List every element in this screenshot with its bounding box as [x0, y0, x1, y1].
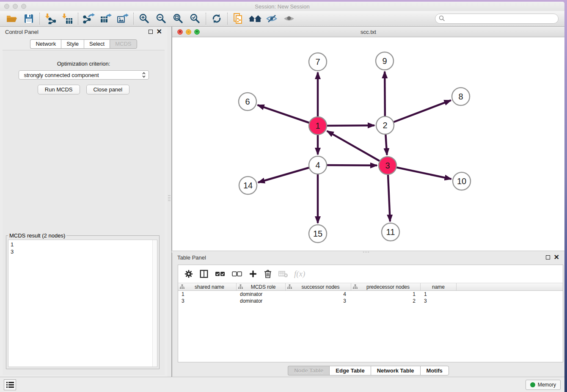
cell-predecessor-nodes[interactable]: 1 — [351, 291, 421, 298]
cell-shared-name[interactable]: 1 — [178, 291, 237, 298]
tab-network-table[interactable]: Network Table — [371, 366, 420, 375]
toolbar-separator — [78, 13, 78, 25]
delete-columns-button[interactable] — [264, 269, 272, 279]
unchecked-boxes-icon — [231, 270, 242, 278]
float-panel-icon[interactable] — [149, 30, 153, 34]
delete-table-icon — [278, 270, 288, 278]
select-all-button[interactable] — [215, 270, 226, 278]
refresh-view-button[interactable] — [208, 12, 225, 25]
deselect-all-button[interactable] — [231, 270, 242, 278]
close-network-icon[interactable]: ✕ — [177, 29, 183, 35]
save-session-button[interactable] — [20, 12, 37, 25]
edge-3-10[interactable] — [388, 166, 451, 179]
zoom-in-button[interactable] — [136, 12, 153, 25]
minimize-network-icon[interactable]: – — [186, 29, 191, 35]
tab-select[interactable]: Select — [84, 39, 110, 49]
zoom-selected-icon — [190, 13, 201, 24]
mcds-result-textarea[interactable]: 1 3 — [8, 240, 157, 367]
minimize-window-icon[interactable] — [13, 4, 18, 9]
control-panel-tabs: Network Style Select MCDS — [0, 39, 167, 49]
column-header-predecessor-nodes[interactable]: predecessor nodes — [351, 283, 421, 290]
tab-style[interactable]: Style — [61, 39, 84, 49]
network-canvas[interactable]: 1234678910111415 — [172, 37, 564, 251]
zoom-in-icon — [139, 13, 150, 24]
cell-name[interactable]: 3 — [421, 298, 457, 304]
table-row[interactable]: 1 dominator 4 1 1 — [178, 291, 563, 298]
criterion-select[interactable]: strongly connected component — [19, 70, 149, 80]
zoom-selected-button[interactable] — [187, 12, 204, 25]
cell-mcds-role[interactable]: dominator — [237, 291, 286, 298]
cell-predecessor-nodes[interactable]: 2 — [351, 298, 421, 304]
tab-node-table[interactable]: Node Table — [288, 366, 329, 375]
close-panel-button[interactable]: Close panel — [86, 85, 130, 94]
trash-icon — [264, 269, 272, 279]
zoom-window-icon[interactable] — [21, 4, 26, 9]
edge-3-1[interactable] — [327, 131, 388, 166]
zoom-out-button[interactable] — [153, 12, 170, 25]
export-network-button[interactable] — [80, 12, 97, 25]
tab-network[interactable]: Network — [30, 39, 61, 49]
show-all-button[interactable] — [281, 12, 297, 25]
float-table-panel-icon[interactable] — [546, 255, 550, 259]
memory-label: Memory — [538, 382, 556, 388]
network-document-button[interactable] — [230, 12, 247, 25]
export-image-button[interactable] — [114, 12, 131, 25]
import-network-button[interactable] — [42, 12, 59, 25]
cell-shared-name[interactable]: 3 — [178, 298, 237, 304]
export-table-button[interactable] — [97, 12, 114, 25]
graph-node-label-3: 3 — [385, 161, 390, 170]
delete-table-button[interactable] — [278, 270, 288, 278]
result-scrollbar[interactable] — [152, 240, 157, 367]
graph-node-label-4: 4 — [315, 160, 320, 170]
criterion-value: strongly connected component — [24, 72, 99, 78]
network-graph[interactable]: 1234678910111415 — [172, 37, 564, 251]
browse-columns-button[interactable] — [199, 269, 209, 279]
tab-edge-table[interactable]: Edge Table — [329, 366, 370, 375]
network-document-icon — [233, 13, 244, 25]
vertical-split-divider[interactable] — [167, 27, 172, 377]
tab-mcds[interactable]: MCDS — [110, 39, 137, 49]
eye-icon — [283, 14, 295, 23]
graph-node-label-10: 10 — [457, 177, 466, 186]
cell-successor-nodes[interactable]: 3 — [286, 298, 351, 304]
edge-2-8[interactable] — [385, 100, 451, 125]
maximize-network-icon[interactable]: + — [194, 29, 200, 35]
network-window-titlebar[interactable]: ✕ – + scc.txt — [172, 27, 564, 37]
network-view-window: ✕ – + scc.txt 12346789101114 — [172, 27, 564, 251]
result-line: 1 — [11, 241, 157, 248]
apply-function-button[interactable]: f(x) — [294, 269, 305, 279]
column-header-mcds-role[interactable]: MCDS role — [237, 283, 286, 290]
graph-node-label-14: 14 — [243, 181, 253, 190]
edge-1-6[interactable] — [258, 105, 318, 126]
memory-button[interactable]: Memory — [526, 380, 561, 390]
import-network-icon — [45, 13, 56, 24]
tab-motifs[interactable]: Motifs — [420, 366, 449, 375]
run-mcds-button[interactable]: Run MCDS — [38, 85, 80, 94]
select-chevrons-icon — [142, 72, 146, 78]
import-table-button[interactable] — [59, 12, 76, 25]
zoom-fit-button[interactable] — [170, 12, 187, 25]
cell-name[interactable]: 1 — [421, 291, 457, 298]
add-column-button[interactable] — [248, 269, 258, 279]
close-panel-icon[interactable]: ✕ — [157, 30, 162, 34]
vertical-split-grip[interactable] — [168, 195, 171, 201]
attribute-tree-icon — [238, 284, 243, 289]
toolbar-separator — [206, 13, 206, 25]
table-settings-button[interactable] — [184, 269, 193, 279]
show-task-history-button[interactable] — [4, 379, 16, 390]
table-header-row: shared name MCDS role successor nodes — [178, 283, 563, 291]
close-window-icon[interactable] — [4, 4, 9, 9]
column-header-successor-nodes[interactable]: successor nodes — [286, 283, 351, 290]
hide-selected-button[interactable] — [264, 12, 281, 25]
cell-successor-nodes[interactable]: 4 — [286, 291, 351, 298]
cell-mcds-role[interactable]: dominator — [237, 298, 286, 304]
column-header-shared-name[interactable]: shared name — [178, 283, 237, 290]
window-title: Session: New Session — [255, 3, 309, 10]
search-input[interactable] — [435, 14, 559, 24]
close-table-panel-icon[interactable]: ✕ — [554, 255, 559, 259]
table-row[interactable]: 3 dominator 3 2 3 — [178, 298, 563, 304]
home-views-button[interactable] — [247, 12, 264, 25]
graph-node-label-8: 8 — [458, 92, 463, 101]
open-session-button[interactable] — [3, 12, 20, 25]
column-header-name[interactable]: name — [421, 283, 457, 290]
